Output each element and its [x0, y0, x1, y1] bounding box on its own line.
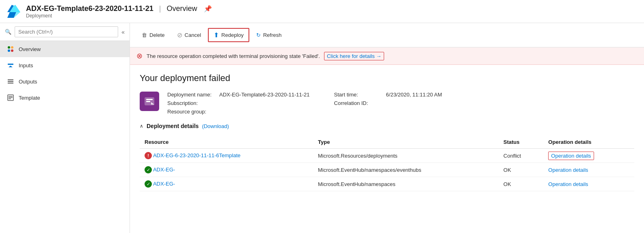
alert-banner: ⊗ The resource operation completed with … — [130, 47, 644, 65]
sidebar-item-inputs[interactable]: Inputs — [0, 57, 130, 73]
refresh-icon: ↻ — [256, 32, 261, 38]
col-header-type: Type — [313, 136, 499, 149]
search-bar: 🔍 « — [0, 23, 130, 41]
search-input[interactable] — [15, 26, 118, 37]
svg-rect-12 — [8, 83, 13, 83]
svg-rect-8 — [8, 64, 13, 65]
sidebar: 🔍 « Overview — [0, 23, 130, 233]
deployment-name-label: Deployment name: — [167, 92, 216, 98]
collapse-sidebar-button[interactable]: « — [121, 29, 125, 35]
deployment-details-title: Deployment details — [147, 123, 199, 129]
table-cell-resource: ✓ ADX-EG- — [140, 177, 313, 191]
header-divider: | — [159, 4, 161, 13]
col-header-status: Status — [499, 136, 544, 149]
table-row: ✓ ADX-EG- Microsoft.EventHub/namespaces … — [140, 177, 634, 191]
download-link[interactable]: (Download) — [202, 123, 229, 129]
start-time-label: Start time: — [334, 92, 383, 98]
resource-link-1[interactable]: ADX-EG- — [153, 167, 175, 173]
table-cell-resource: ! ADX-EG-6-23-2020-11-11-6Template — [140, 149, 313, 163]
alert-details-link[interactable]: Click here for details → — [324, 52, 384, 60]
toolbar: 🗑 Delete ⊘ Cancel ⬆ Redeploy ↻ Refresh — [130, 23, 644, 47]
header-title-group: ADX-EG-Template6-23-2020-11-11-21 | Over… — [26, 4, 212, 19]
table-cell-status: OK — [499, 163, 544, 177]
cancel-button[interactable]: ⊘ Cancel — [172, 28, 206, 42]
delete-button[interactable]: 🗑 Delete — [136, 29, 170, 41]
deployment-details: Deployment name: ADX-EG-Template6-23-202… — [167, 92, 442, 115]
table-row: ✓ ADX-EG- Microsoft.EventHub/namespaces/… — [140, 163, 634, 177]
deployment-area: Your deployment failed Deployment name: — [130, 65, 644, 199]
table-cell-op-details: Operation details — [543, 177, 634, 191]
redeploy-icon: ⬆ — [214, 31, 219, 39]
operation-details-link-2[interactable]: Operation details — [548, 181, 588, 187]
correlation-id-label: Correlation ID: — [334, 100, 383, 106]
svg-marker-9 — [9, 66, 13, 67]
resource-link-2[interactable]: ADX-EG- — [153, 181, 175, 187]
svg-point-7 — [11, 49, 13, 52]
outputs-icon — [6, 77, 15, 86]
page-label: Overview — [166, 4, 197, 13]
sidebar-item-overview[interactable]: Overview — [0, 41, 130, 57]
resource-group-row: Resource group: — [167, 109, 310, 115]
content-area: 🗑 Delete ⊘ Cancel ⬆ Redeploy ↻ Refresh ⊗… — [130, 23, 644, 233]
alert-message: The resource operation completed with te… — [147, 53, 320, 59]
main-layout: 🔍 « Overview — [0, 23, 644, 233]
success-status-icon: ✓ — [145, 180, 152, 188]
header-subtitle: Deployment — [26, 13, 212, 19]
operation-details-link-0[interactable]: Operation details — [548, 152, 594, 160]
overview-label: Overview — [19, 46, 41, 52]
col-header-resource: Resource — [140, 136, 313, 149]
svg-rect-14 — [9, 96, 13, 97]
table-cell-type: Microsoft.Resources/deployments — [313, 149, 499, 163]
svg-rect-11 — [8, 81, 13, 82]
correlation-id-row: Correlation ID: — [334, 100, 442, 106]
deployment-left-col: Deployment name: ADX-EG-Template6-23-202… — [167, 92, 310, 115]
table-header-row: Resource Type Status Operation details — [140, 136, 634, 149]
inputs-icon — [6, 61, 15, 69]
inputs-label: Inputs — [19, 62, 33, 68]
delete-icon: 🗑 — [142, 32, 147, 38]
page-header: ADX-EG-Template6-23-2020-11-11-21 | Over… — [0, 0, 644, 23]
deployment-details-table: Resource Type Status Operation details !… — [140, 136, 634, 191]
deployment-info-row: Deployment name: ADX-EG-Template6-23-202… — [140, 92, 634, 115]
alert-error-icon: ⊗ — [136, 51, 143, 60]
resource-link-0[interactable]: ADX-EG-6-23-2020-11-11-6Template — [153, 152, 240, 158]
svg-rect-16 — [9, 98, 11, 99]
col-header-operation: Operation details — [543, 136, 634, 149]
refresh-button[interactable]: ↻ Refresh — [251, 29, 287, 41]
svg-point-4 — [8, 46, 10, 49]
chevron-up-icon: ∧ — [140, 123, 143, 129]
table-cell-type: Microsoft.EventHub/namespaces — [313, 177, 499, 191]
start-time-row: Start time: 6/23/2020, 11:11:20 AM — [334, 92, 442, 98]
table-cell-type: Microsoft.EventHub/namespaces/eventhubs — [313, 163, 499, 177]
sidebar-item-template[interactable]: Template — [0, 90, 130, 106]
deployment-name-title: ADX-EG-Template6-23-2020-11-11-21 — [26, 4, 153, 13]
resource-group-label: Resource group: — [167, 109, 216, 115]
success-status-icon: ✓ — [145, 166, 152, 173]
redeploy-button[interactable]: ⬆ Redeploy — [208, 28, 249, 42]
svg-rect-19 — [146, 101, 150, 102]
deployment-failed-title: Your deployment failed — [140, 73, 634, 83]
svg-point-5 — [11, 46, 13, 49]
table-cell-status: Conflict — [499, 149, 544, 163]
table-cell-status: OK — [499, 177, 544, 191]
svg-marker-2 — [7, 12, 16, 18]
deployment-details-section-header: ∧ Deployment details (Download) — [140, 123, 634, 129]
subscription-label: Subscription: — [167, 100, 216, 106]
table-cell-resource: ✓ ADX-EG- — [140, 163, 313, 177]
svg-rect-15 — [9, 97, 13, 98]
sidebar-nav: Overview Inputs — [0, 41, 130, 106]
start-time-value: 6/23/2020, 11:11:20 AM — [386, 92, 442, 98]
deployment-name-value: ADX-EG-Template6-23-2020-11-11-21 — [219, 92, 310, 98]
azure-logo — [6, 4, 21, 19]
svg-rect-10 — [8, 79, 13, 80]
deployment-icon-box — [140, 92, 159, 111]
table-cell-op-details: Operation details — [543, 163, 634, 177]
sidebar-item-outputs[interactable]: Outputs — [0, 73, 130, 90]
deployment-resource-icon — [143, 95, 156, 108]
svg-rect-18 — [146, 99, 153, 100]
error-status-icon: ! — [145, 152, 152, 159]
pin-icon[interactable]: 📌 — [204, 5, 212, 13]
deployment-name-row: Deployment name: ADX-EG-Template6-23-202… — [167, 92, 310, 98]
operation-details-link-1[interactable]: Operation details — [548, 167, 588, 173]
table-cell-op-details: Operation details — [543, 149, 634, 163]
